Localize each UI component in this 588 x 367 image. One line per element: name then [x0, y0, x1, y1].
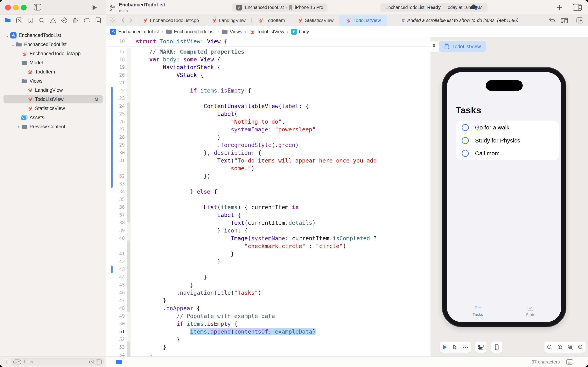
code-line-25[interactable]: 25 Label( [106, 110, 430, 118]
breadcrumb-item-EnchancedTodoList[interactable]: EnchancedTodoList [166, 29, 215, 34]
breadcrumb-item-TodoListView[interactable]: TodoListView [249, 29, 284, 35]
code-editor[interactable]: 10struct TodoListView: View {17 // MARK:… [106, 37, 430, 357]
code-line-36[interactable]: 36 List(items) { currentItem in [106, 203, 430, 211]
line-number[interactable]: 46 [106, 289, 125, 297]
code-line-20[interactable]: 20 VStack { [106, 71, 430, 79]
line-number[interactable]: 36 [106, 203, 125, 211]
code-line-40[interactable]: 40 Image(systemName: currentItem.isCompl… [106, 234, 430, 242]
chevron-down-icon[interactable]: ⌄ [16, 79, 21, 83]
code-line-53[interactable]: 53 } [106, 343, 430, 351]
line-number[interactable]: 52 [106, 335, 125, 343]
code-text[interactable]: } [136, 335, 180, 343]
code-line-50[interactable]: 50 if items.isEmpty { [106, 320, 430, 328]
scheme-selector[interactable]: A EnchancedTodoList › iPhone 15 Pro [232, 3, 328, 12]
line-number[interactable]: 20 [106, 71, 125, 79]
line-number[interactable]: 23 [106, 94, 125, 102]
code-line-32[interactable]: 32 }) [106, 172, 430, 180]
todo-item-row[interactable]: Go for a walk [456, 121, 559, 134]
code-text[interactable]: systemImage: "powersleep" [136, 125, 316, 133]
code-text[interactable]: ContentUnavailableView(label: { [136, 102, 309, 110]
recent-files-clock-icon[interactable] [89, 359, 94, 365]
navigator-tab-debug[interactable] [72, 17, 79, 24]
code-text[interactable]: NavigationStack { [136, 63, 221, 71]
todo-item-row[interactable]: Call mom [456, 147, 559, 160]
tab-TodoListView[interactable]: TodoListView [339, 15, 387, 26]
sidebar-item-enchancedtodolist[interactable]: ⌄EnchancedTodoList [0, 40, 106, 49]
tab-TodoItem[interactable]: TodoItem [252, 15, 291, 26]
sidebar-item-model[interactable]: ⌄Model [0, 58, 106, 67]
code-line-39[interactable]: 39 } icon: { [106, 227, 430, 234]
todo-circle-icon[interactable] [462, 150, 469, 157]
cloud-sync-icon[interactable] [469, 4, 478, 10]
app-tab-tasks[interactable]: Tasks [451, 303, 504, 319]
editor-bottom-indicator[interactable] [116, 360, 122, 364]
navigator-tab-breakpoints[interactable] [84, 17, 90, 24]
chevron-down-icon[interactable]: ⌄ [10, 42, 16, 47]
sidebar-toggle-icon[interactable] [34, 4, 41, 10]
line-number[interactable]: 35 [106, 196, 125, 203]
line-number[interactable]: 24 [106, 102, 125, 110]
code-line-54[interactable]: 54 } [106, 351, 430, 357]
navigator-tab-issues[interactable] [50, 17, 56, 24]
selectable-cursor-icon[interactable] [453, 345, 457, 350]
line-number[interactable]: 26 [106, 118, 125, 125]
code-text[interactable]: var body: some View { [136, 56, 221, 63]
line-number[interactable]: 51 [106, 328, 125, 335]
todo-circle-icon[interactable] [462, 124, 469, 131]
line-number[interactable]: 29 [106, 141, 125, 149]
line-number[interactable]: 37 [106, 211, 125, 219]
sidebar-item-landingview[interactable]: LandingView [0, 85, 106, 95]
add-toolbar-button[interactable] [556, 5, 562, 10]
device-settings-button[interactable] [475, 342, 487, 353]
chevron-right-icon[interactable]: › [16, 125, 21, 129]
code-line-wrap[interactable]: "checkmark.circle" : "circle") [106, 242, 430, 250]
forward-chevron-icon[interactable] [129, 17, 133, 23]
code-review-icon[interactable] [549, 18, 556, 23]
line-number[interactable]: 39 [106, 227, 125, 234]
code-line-51[interactable]: 51 items.append(contentsOf: exampleData) [106, 328, 430, 335]
code-line-45[interactable]: 45 } [106, 281, 430, 289]
zoom-100-icon[interactable] [557, 344, 563, 350]
code-line-10[interactable]: 10struct TodoListView: View { [106, 37, 430, 46]
code-text[interactable]: Label { [136, 211, 241, 219]
line-number[interactable]: 28 [106, 133, 125, 141]
code-line-29[interactable]: 29 .foregroundStyle(.green) [106, 141, 430, 149]
line-number[interactable]: 18 [106, 56, 125, 63]
variants-grid-icon[interactable] [463, 345, 468, 350]
line-number[interactable]: 53 [106, 343, 125, 351]
device-bezel-button[interactable] [491, 342, 503, 353]
code-text[interactable]: } [136, 273, 207, 281]
navigator-tab-project-navigator[interactable] [5, 17, 11, 24]
code-text[interactable]: .navigationTitle("Tasks") [136, 289, 261, 297]
sidebar-item-assets[interactable]: Assets [0, 113, 106, 122]
line-number[interactable]: 40 [106, 234, 125, 242]
navigator-tab-bookmarks[interactable] [27, 17, 34, 24]
run-button[interactable] [92, 5, 97, 10]
code-text[interactable]: } [136, 250, 234, 258]
code-text[interactable]: Image(systemName: currentItem.isComplete… [136, 234, 377, 242]
zoom-window-button[interactable] [21, 5, 27, 10]
line-number[interactable]: 44 [106, 273, 125, 281]
breadcrumb-item-EnchancedTodoList[interactable]: EnchancedTodoList [110, 29, 159, 35]
navigator-tab-source-control[interactable] [16, 17, 23, 24]
sidebar-item-statisticsview[interactable]: StatisticsView [0, 104, 106, 113]
sidebar-item-preview-content[interactable]: ›Preview Content [0, 122, 106, 131]
minimize-window-button[interactable] [13, 5, 19, 10]
line-number[interactable]: 48 [106, 304, 125, 312]
preview-target-chip[interactable]: TodoListView [439, 41, 486, 52]
code-text[interactable]: VStack { [136, 71, 204, 79]
code-line-49[interactable]: 49 // Populate with example data [106, 312, 430, 320]
code-line-33[interactable]: 33 [106, 180, 430, 188]
line-number[interactable]: 45 [106, 281, 125, 289]
code-text[interactable]: // Populate with example data [136, 312, 275, 320]
code-line-38[interactable]: 38 Text(currentItem.details) [106, 219, 430, 227]
live-preview-play-icon[interactable] [443, 345, 447, 350]
code-line-43[interactable]: 43 [106, 266, 430, 273]
line-number[interactable]: 17 [106, 48, 125, 56]
code-text[interactable]: Label( [136, 110, 238, 118]
line-number[interactable]: 49 [106, 312, 125, 320]
code-line-21[interactable]: 21 [106, 79, 430, 87]
code-text[interactable]: } icon: { [136, 227, 248, 234]
zoom-out-icon[interactable] [547, 344, 553, 350]
line-number[interactable]: 33 [106, 180, 125, 188]
